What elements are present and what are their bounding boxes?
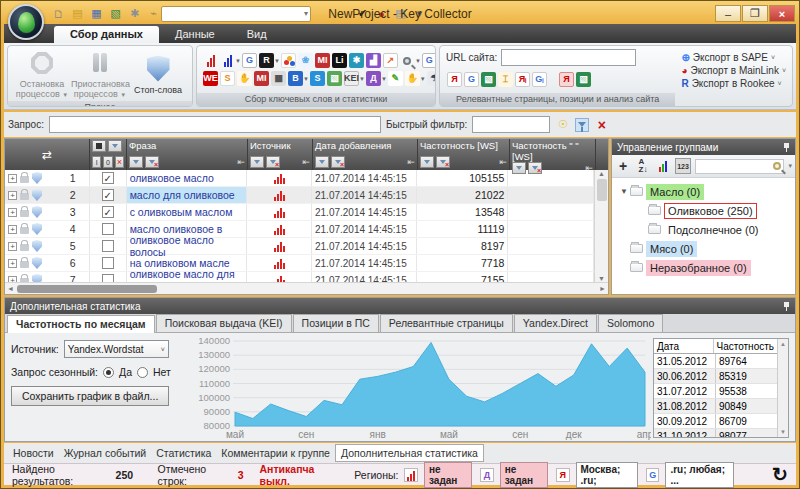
minimize-button[interactable]: – <box>715 5 741 22</box>
row-checkbox[interactable]: ✓ <box>102 206 114 218</box>
keyword-tool-icon[interactable]: Li <box>332 53 347 68</box>
stop-processes-button[interactable]: Остановка процессов ▼ <box>13 47 71 100</box>
export-excel-icon[interactable]: ▧ <box>108 7 123 21</box>
keyword-tool-icon[interactable]: Я <box>559 72 574 87</box>
column-header-tools[interactable]: ⇄ <box>5 139 90 170</box>
row-checkbox[interactable]: ✓ <box>102 189 114 201</box>
shield-icon[interactable] <box>32 172 42 184</box>
toolbar-more-icon[interactable]: ▾ <box>788 162 792 170</box>
seasonal-radio-yes[interactable] <box>103 367 114 378</box>
keyword-tool-icon[interactable]: Яᵢ <box>515 72 530 87</box>
keyword-tool-icon[interactable]: ❀ <box>298 53 313 68</box>
check-filter-button[interactable] <box>108 140 122 152</box>
tree-item-label[interactable]: Неразобранное (0) <box>646 260 751 276</box>
bottom-tab-3[interactable]: Комментарии к группе <box>216 445 335 461</box>
keyword-tool-icon[interactable]: ▦ <box>271 71 286 86</box>
region-chip[interactable]: не задан <box>500 462 548 488</box>
shield-icon[interactable] <box>32 240 42 252</box>
keyword-tool-icon[interactable]: ✋ <box>237 71 252 86</box>
export-rookee-button[interactable]: RЭкспорт в Rookee˅ <box>681 78 786 89</box>
lock-icon[interactable] <box>20 278 29 282</box>
phrase-cell[interactable]: масло для оливковое <box>127 187 248 203</box>
column-filter-button[interactable] <box>129 156 143 168</box>
keyword-tool-icon[interactable] <box>400 53 415 68</box>
expand-row-button[interactable]: + <box>8 225 17 234</box>
keyword-tool-icon[interactable]: G <box>422 53 436 68</box>
keyword-tool-icon[interactable] <box>281 53 296 68</box>
wand-icon[interactable]: ⌁ <box>146 7 161 21</box>
tree-item-label[interactable]: Масло (0) <box>646 184 704 200</box>
invert-check-button[interactable]: I <box>92 156 101 168</box>
stats-pin-icon[interactable] <box>783 302 790 311</box>
keyword-tool-icon[interactable]: MI <box>315 53 330 68</box>
ribbon-tab-Сбор данных[interactable]: Сбор данных <box>54 26 159 43</box>
bottom-tab-1[interactable]: Журнал событий <box>59 445 152 461</box>
keyword-tool-icon[interactable]: ▧ <box>327 71 342 86</box>
column-header[interactable]: Фраза×⇤ <box>127 139 248 170</box>
sort-color-icon[interactable] <box>655 158 671 174</box>
pin-icon[interactable] <box>783 143 790 152</box>
stats-table-scrollbar[interactable]: ▲▼ <box>777 339 788 437</box>
new-file-icon[interactable]: 🗋 <box>51 7 66 21</box>
add-group-button[interactable]: + <box>615 158 631 174</box>
grid-horizontal-scrollbar[interactable]: ◄► <box>5 282 608 294</box>
column-filter-clear-button[interactable]: × <box>266 156 280 168</box>
close-button[interactable]: × <box>769 5 795 22</box>
filter-funnel-icon[interactable] <box>575 118 589 132</box>
save-icon[interactable]: ▦ <box>89 7 104 21</box>
expand-row-button[interactable]: + <box>8 242 17 251</box>
phrase-cell[interactable]: оливковое масло для волос <box>127 272 248 282</box>
tree-item-label[interactable]: Мясо (0) <box>646 241 697 257</box>
tree-item-label[interactable]: Оливковое (250) <box>664 203 757 219</box>
lock-icon[interactable] <box>20 210 29 217</box>
tree-item[interactable]: Мясо (0) <box>614 239 793 258</box>
ribbon-tab-Данные[interactable]: Данные <box>159 26 231 43</box>
phrase-cell[interactable]: с оливковым маслом <box>127 204 248 220</box>
row-checkbox[interactable] <box>102 240 114 252</box>
expand-row-button[interactable]: + <box>8 259 17 268</box>
query-input[interactable] <box>49 116 381 133</box>
sort-az-icon[interactable]: AZ↓ <box>635 158 651 174</box>
app-menu-orb[interactable] <box>8 4 44 40</box>
column-filter-clear-button[interactable]: × <box>528 162 542 174</box>
table-row[interactable]: + 2 ✓ масло для оливковое 21.07.2014 14:… <box>5 187 594 204</box>
keyword-tool-icon[interactable]: Gᵢ <box>532 72 547 87</box>
keyword-tool-icon[interactable]: ✋ <box>405 71 420 86</box>
stats-tab-4[interactable]: Yandex.Direct <box>514 314 597 332</box>
column-header[interactable]: Частотность " " [WS]×⇤ <box>510 139 596 170</box>
keyword-tool-icon[interactable]: R <box>259 53 274 68</box>
stats-tab-1[interactable]: Поисковая выдача (KEI) <box>156 314 292 332</box>
confirm-icon[interactable]: ✔ <box>355 7 370 21</box>
grid-vertical-scrollbar[interactable]: ▲▼ <box>594 170 608 282</box>
table-row[interactable]: + 5 оливковое масло волосы 21.07.2014 14… <box>5 238 594 255</box>
check-all-button[interactable] <box>92 140 106 152</box>
uncheck-all-button[interactable]: 0 <box>103 156 112 168</box>
shield-icon[interactable] <box>32 274 42 282</box>
filter-bulb-icon[interactable]: ☉ <box>555 117 570 132</box>
url-input[interactable] <box>501 49 636 66</box>
keyword-tool-icon[interactable] <box>220 53 235 68</box>
table-row[interactable]: + 3 ✓ с оливковым маслом 21.07.2014 14:4… <box>5 204 594 221</box>
stats-tab-5[interactable]: Solomono <box>598 314 663 332</box>
timer-icon[interactable]: ● <box>374 7 389 21</box>
keyword-tool-icon[interactable]: ☂ <box>427 71 436 86</box>
quick-filter-input[interactable] <box>472 116 550 133</box>
table-row[interactable]: + 1 ✓ оливковое масло 21.07.2014 14:45:1… <box>5 170 594 187</box>
tree-item[interactable]: Оливковое (250) <box>614 201 793 220</box>
column-filter-button[interactable] <box>315 156 329 168</box>
keyword-tool-icon[interactable]: ▧ <box>576 72 591 87</box>
keyword-tool-icon[interactable] <box>203 53 218 68</box>
column-header-check[interactable]: I0× <box>90 139 127 170</box>
tree-item[interactable]: ▼ Масло (0) <box>614 182 793 201</box>
source-select[interactable]: Yandex.Wordstat˅ <box>64 340 169 358</box>
lock-icon[interactable] <box>20 261 29 268</box>
stopwords-button[interactable]: Стоп-слова <box>129 53 187 95</box>
clear-check-filter-button[interactable]: × <box>115 156 124 168</box>
shield-icon[interactable] <box>32 257 42 269</box>
keyword-tool-icon[interactable]: MI <box>254 71 269 86</box>
qat-combobox[interactable]: ▾ <box>161 6 311 22</box>
maximize-button[interactable]: ❐ <box>742 5 768 22</box>
ribbon-tab-Вид[interactable]: Вид <box>231 26 283 43</box>
lock-icon[interactable] <box>20 227 29 234</box>
pause-processes-button[interactable]: Приостановка процессов ▼ <box>71 47 129 100</box>
